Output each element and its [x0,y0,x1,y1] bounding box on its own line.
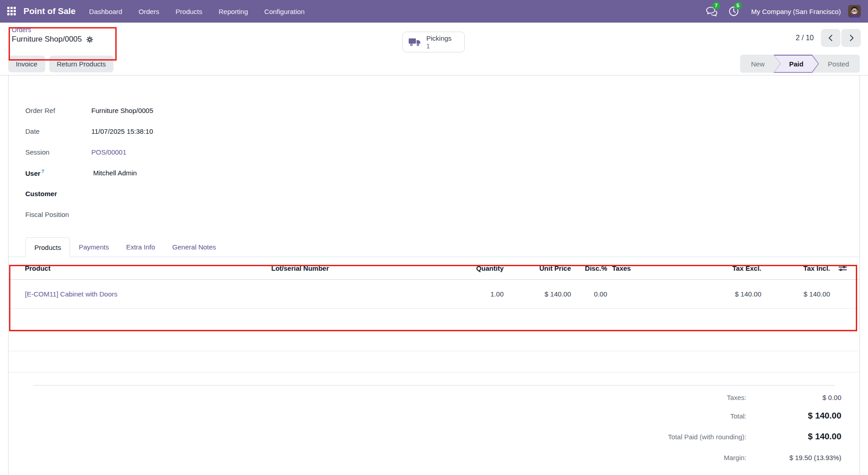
field-date: Date 11/07/2025 15:38:10 [25,124,859,138]
pager-next-button[interactable] [841,29,861,47]
products-table: Product Lot/serial Number Quantity Unit … [9,257,859,372]
taxes-total-value: $ 0.00 [746,394,841,401]
empty-table-row [9,351,859,372]
order-fields: Order Ref Furniture Shop/0005 Date 11/07… [9,75,859,221]
chevron-right-icon [848,34,855,42]
gear-icon [86,36,94,43]
col-taxes[interactable]: Taxes [607,264,703,272]
totals-margin-row: Margin: $ 19.50 (13.93%) [9,447,841,468]
col-product[interactable]: Product [25,264,271,272]
messages-count-badge: 7 [712,2,720,9]
field-user: User? Mitchell Admin [25,166,859,179]
breadcrumb-current-record: Furniture Shop/0005 [12,35,82,44]
row-product-link[interactable]: [E-COM11] Cabinet with Doors [25,290,271,298]
status-step-posted[interactable]: Posted [819,60,858,68]
col-tax-incl[interactable]: Tax Incl. [761,264,830,272]
status-step-paid[interactable]: Paid [774,55,819,73]
table-header-row: Product Lot/serial Number Quantity Unit … [9,257,859,280]
total-value: $ 140.00 [746,411,841,421]
row-quantity: 1.00 [391,290,504,298]
record-actions-gear-button[interactable] [86,36,94,43]
activities-button[interactable]: 5 [727,5,741,18]
date-label: Date [25,127,91,135]
col-disc[interactable]: Disc.% [571,264,607,272]
totals-total-row: Total: $ 140.00 [9,405,841,426]
app-title[interactable]: Point of Sale [24,6,75,16]
help-question-icon[interactable]: ? [41,169,44,174]
total-paid-label: Total Paid (with rounding): [668,433,746,441]
margin-label: Margin: [724,454,746,461]
field-customer: Customer [25,187,859,200]
sliders-icon [838,265,847,272]
menu-orders[interactable]: Orders [138,8,159,15]
activities-count-badge: 5 [734,2,742,9]
session-link[interactable]: POS/00001 [91,148,127,156]
truck-icon [408,37,422,47]
row-tax-incl: $ 140.00 [761,290,830,298]
table-row[interactable]: [E-COM11] Cabinet with Doors 1.00 $ 140.… [9,280,859,309]
pickings-label: Pickings [426,34,452,42]
fiscal-position-label: Fiscal Position [25,211,91,218]
tab-payments[interactable]: Payments [70,237,118,257]
menu-reporting[interactable]: Reporting [219,8,248,15]
menu-products[interactable]: Products [175,8,202,15]
pickings-count: 1 [426,42,452,50]
order-ref-label: Order Ref [25,107,91,114]
row-disc: 0.00 [571,290,607,298]
user-avatar[interactable] [848,5,861,18]
session-label: Session [25,148,91,156]
totals-block: Taxes: $ 0.00 Total: $ 140.00 Total Paid… [9,386,859,468]
user-value[interactable]: Mitchell Admin [93,169,137,177]
return-products-button[interactable]: Return Products [49,56,113,72]
pager-previous-button[interactable] [821,29,840,47]
totals-paid-row: Total Paid (with rounding): $ 140.00 [9,426,841,447]
empty-table-row [9,309,859,330]
main-menu: Dashboard Orders Products Reporting Conf… [89,8,305,15]
empty-table-row [9,330,859,351]
pickings-stat-button[interactable]: Pickings 1 [402,32,465,52]
action-row: Invoice Return Products New Paid Posted [0,52,868,75]
row-tax-excl: $ 140.00 [703,290,761,298]
field-order-ref: Order Ref Furniture Shop/0005 [25,103,859,117]
margin-value: $ 19.50 (13.93%) [746,454,841,461]
status-step-new[interactable]: New [742,60,774,68]
total-label: Total: [730,412,746,420]
chevron-left-icon [827,34,835,42]
col-unit-price[interactable]: Unit Price [504,264,571,272]
total-paid-value: $ 140.00 [746,432,841,442]
statusbar: New Paid Posted [740,55,860,73]
taxes-total-label: Taxes: [727,394,746,401]
optional-columns-button[interactable] [830,265,857,272]
customer-label: Customer [25,190,91,198]
field-fiscal-position: Fiscal Position [25,207,859,221]
pager-counter: 2 / 10 [796,34,814,42]
apps-grid-icon[interactable] [7,7,16,16]
date-value[interactable]: 11/07/2025 15:38:10 [91,127,153,135]
company-switcher[interactable]: My Company (San Francisco) [751,8,841,15]
menu-configuration[interactable]: Configuration [264,8,305,15]
invoice-button[interactable]: Invoice [8,56,45,72]
col-tax-excl[interactable]: Tax Excl. [703,264,761,272]
tab-products[interactable]: Products [25,237,70,257]
messages-button[interactable]: 7 [705,5,719,18]
row-unit-price: $ 140.00 [504,290,571,298]
totals-taxes-row: Taxes: $ 0.00 [9,389,841,405]
menu-dashboard[interactable]: Dashboard [89,8,122,15]
tab-general-notes[interactable]: General Notes [164,237,225,257]
form-sheet: Order Ref Furniture Shop/0005 Date 11/07… [8,75,860,475]
tab-extra-info[interactable]: Extra Info [118,237,164,257]
control-panel: Orders Furniture Shop/0005 Pic [0,23,868,52]
col-lot-serial[interactable]: Lot/serial Number [271,264,391,272]
order-ref-value[interactable]: Furniture Shop/0005 [91,107,153,114]
col-quantity[interactable]: Quantity [391,264,504,272]
top-navbar: Point of Sale Dashboard Orders Products … [0,0,868,23]
field-session: Session POS/00001 [25,145,859,159]
pager: 2 / 10 [796,29,861,47]
notebook-tabs: Products Payments Extra Info General Not… [9,237,859,257]
user-label: User? [25,169,91,177]
